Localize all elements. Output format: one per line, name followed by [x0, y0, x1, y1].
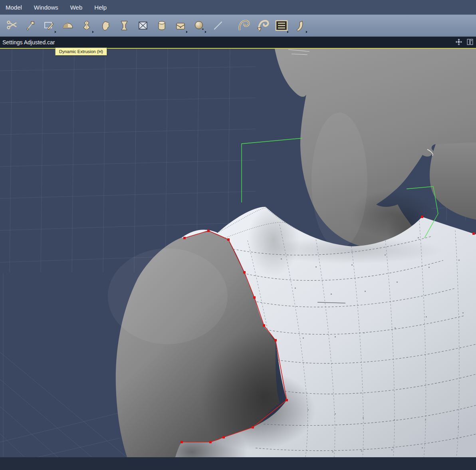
framed-lines-icon [275, 20, 288, 32]
document-tab[interactable]: Settings Adjusted.car [0, 39, 55, 46]
scissors-icon [6, 20, 17, 31]
flyout-arrow-icon [186, 31, 188, 33]
point-edit-tool[interactable] [23, 18, 38, 34]
satchel-tool[interactable] [173, 18, 188, 34]
sparkle-icon[interactable] [455, 38, 462, 46]
viewport-bottom-band [0, 457, 476, 470]
polygon-draw-tool[interactable] [42, 18, 57, 34]
scene-canvas [0, 49, 476, 470]
scroll-deform-tool[interactable] [236, 18, 252, 34]
stroke-icon [212, 20, 224, 31]
crossed-box-tool[interactable] [135, 18, 151, 34]
layout-columns-icon[interactable] [466, 38, 474, 46]
menu-help[interactable]: Help [94, 4, 107, 11]
crossed-box-icon [137, 20, 149, 31]
polygon-draw-icon [44, 20, 55, 31]
ribbon-bend-tool[interactable] [293, 18, 308, 34]
thumb-sweep-tool[interactable] [98, 18, 113, 34]
flyout-arrow-icon [55, 31, 56, 33]
modeling-toolbar [0, 14, 476, 37]
stroke-tool[interactable] [210, 18, 226, 34]
flyout-arrow-icon [205, 31, 206, 33]
scissors-tool[interactable] [4, 18, 19, 34]
flyout-arrow-icon [92, 31, 94, 33]
menu-bar: Model Windows Web Help [0, 0, 476, 14]
framed-lines-tool[interactable] [274, 18, 289, 34]
point-edit-icon [25, 20, 36, 31]
ribbon-bend-icon [294, 19, 306, 32]
scroll-arrow-icon [256, 19, 270, 32]
goblet-icon [119, 20, 129, 31]
document-tab-bar: Settings Adjusted.car [0, 37, 476, 49]
cylinder-tool[interactable] [154, 18, 169, 34]
goblet-lathe-tool[interactable] [117, 18, 132, 34]
flyout-arrow-icon [306, 31, 307, 33]
menu-windows[interactable]: Windows [34, 4, 58, 11]
flyout-arrow-icon [287, 31, 289, 33]
scroll-arrow-tool[interactable] [255, 18, 270, 34]
satchel-icon [175, 20, 186, 31]
scroll-deform-icon [237, 19, 251, 32]
sphere-icon [194, 20, 205, 31]
thumb-sweep-icon [100, 20, 111, 31]
viewport-3d[interactable] [0, 49, 476, 470]
cylinder-icon [156, 20, 167, 31]
dynamic-extrusion-icon [81, 20, 92, 31]
menu-model[interactable]: Model [6, 4, 22, 11]
dome-tool[interactable] [60, 18, 75, 34]
tool-tooltip: Dynamic Extrusion (H) [55, 48, 107, 56]
sphere-tool[interactable] [192, 18, 207, 34]
menu-web[interactable]: Web [70, 4, 83, 11]
dynamic-extrusion-tool[interactable] [79, 18, 94, 34]
dome-icon [62, 20, 74, 31]
